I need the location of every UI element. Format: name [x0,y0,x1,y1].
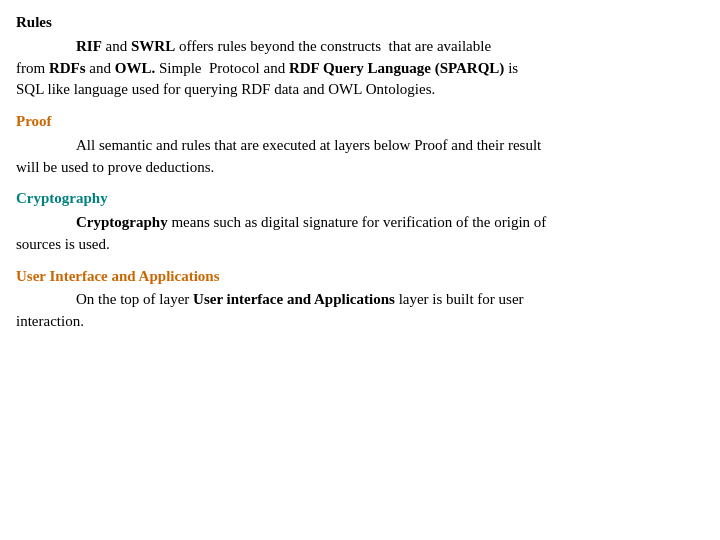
section-rules: Rules RIF and SWRL offers rules beyond t… [16,12,704,101]
crypto-para-2: sources is used. [16,234,704,256]
swrl-text: SWRL [131,38,175,54]
cryptography-bold: Cryptography [76,214,168,230]
rdfs-text: RDFs [49,60,86,76]
heading-proof: Proof [16,111,704,133]
section-cryptography: Cryptography Cryptography means such as … [16,188,704,255]
page-content: Rules RIF and SWRL offers rules beyond t… [16,12,704,333]
proof-para-2: will be used to prove deductions. [16,157,704,179]
owl-text-1: OWL. [115,60,155,76]
rules-para-1: RIF and SWRL offers rules beyond the con… [16,36,704,58]
section-proof: Proof All semantic and rules that are ex… [16,111,704,178]
heading-rules: Rules [16,12,704,34]
sparql-text: RDF Query Language (SPARQL) [289,60,504,76]
rif-text: RIF [76,38,102,54]
crypto-para-1: Cryptography means such as digital signa… [16,212,704,234]
section-user-interface: User Interface and Applications On the t… [16,266,704,333]
ui-para-2: interaction. [16,311,704,333]
proof-para-1: All semantic and rules that are executed… [16,135,704,157]
ui-para-1: On the top of layer User interface and A… [16,289,704,311]
heading-user-interface: User Interface and Applications [16,266,704,288]
rules-para-2: from RDFs and OWL. Simple Protocol and R… [16,58,704,80]
user-interface-bold: User interface and Applications [193,291,395,307]
heading-cryptography: Cryptography [16,188,704,210]
rules-para-3: SQL like language used for querying RDF … [16,79,704,101]
